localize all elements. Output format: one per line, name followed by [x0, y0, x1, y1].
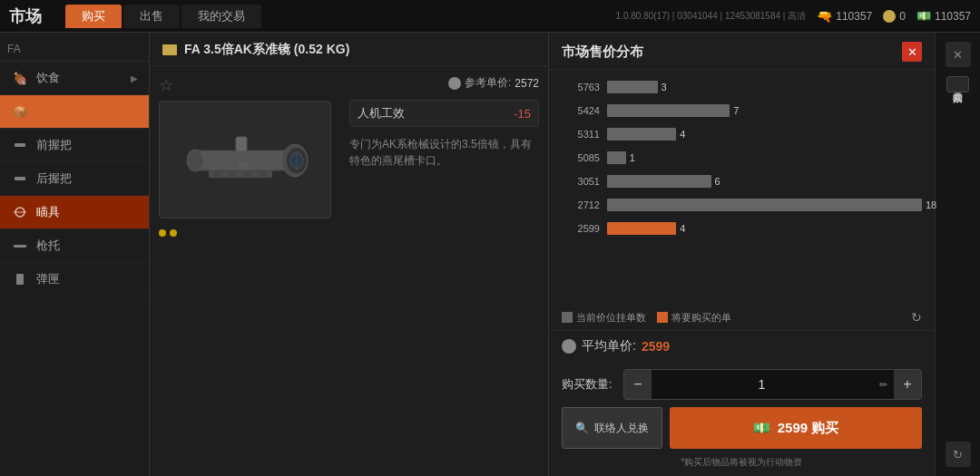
chart-bar-5085 [607, 151, 626, 164]
stock-icon [11, 237, 29, 255]
version-info: 1.0.80.80(17) | 03041044 | 12453081584 |… [616, 10, 807, 23]
chart-count-3051: 6 [715, 176, 720, 187]
chart-bar-2599 [607, 222, 676, 235]
product-header: FA 3.5倍AK系准镜 (0.52 KG) [150, 33, 548, 66]
product-dots [159, 229, 177, 237]
search-icon: 🔍 [575, 422, 589, 434]
market-title: 市场售价分布 [562, 44, 643, 61]
qty-value: 1 [652, 377, 872, 392]
sidebar-foregrip-row: 前握把 [11, 136, 72, 154]
sidebar-magazine-row: 弹匣 [11, 270, 60, 288]
chart-area: 5763 3 5424 7 5311 4 [549, 70, 935, 306]
coin-amount: 0 [899, 10, 906, 23]
chart-bar-2712 [607, 199, 922, 211]
active-icon: 📦 [11, 102, 29, 121]
scope-sidebar-icon [11, 203, 29, 221]
sidebar-item-active[interactable]: 📦 [0, 95, 149, 129]
food-arrow: ▶ [131, 73, 138, 83]
sidebar-item-food-row: 🍖 饮食 [11, 69, 60, 87]
sidebar-reargrip-row: 后握把 [11, 170, 72, 188]
chart-row-5763: 5763 3 [562, 77, 922, 97]
sidebar-item-foregrip[interactable]: 前握把 [0, 129, 149, 162]
sidebar-item-reargrip[interactable]: 后握把 [0, 162, 149, 196]
svg-rect-15 [229, 171, 236, 177]
avg-label: 平均单价: [582, 338, 636, 355]
svg-rect-0 [15, 143, 25, 147]
sidebar-item-food[interactable]: 🍖 饮食 ▶ [0, 62, 149, 95]
chart-legend: 当前价位挂单数 将要购买的单 ↻ [549, 306, 935, 330]
product-title: FA 3.5倍AK系准镜 (0.52 KG) [184, 42, 349, 58]
rs-refresh-icon[interactable]: ↻ [946, 442, 971, 467]
magazine-icon [11, 270, 29, 288]
market-panel: 市场售价分布 ✕ 5763 3 5424 7 53 [549, 33, 935, 476]
chart-row-5085: 5085 1 [562, 148, 922, 168]
svg-rect-16 [244, 171, 251, 177]
search-goods-button[interactable]: 搜索商品 [946, 76, 969, 92]
chart-bar-5311 [607, 128, 676, 141]
sidebar-item-active-row: 📦 [11, 102, 36, 121]
dollar-icon: 💵 [916, 9, 931, 23]
tab-buy[interactable]: 购买 [65, 5, 122, 28]
top-tabs: 购买 出售 我的交易 [65, 5, 261, 28]
app-title: 市场 [9, 5, 42, 27]
ruble-icon: 🔫 [817, 9, 832, 24]
ref-price-value: 2572 [514, 77, 539, 90]
chart-bar-wrap-5311: 4 [607, 127, 922, 141]
buy-button[interactable]: 💵 2599 购买 [670, 407, 922, 449]
chart-bar-wrap-5085: 1 [607, 151, 922, 165]
qty-plus-button[interactable]: + [894, 370, 921, 399]
legend-buy-label: 将要购买的单 [671, 311, 731, 325]
sidebar-scope-row: 瞄具 [11, 203, 60, 221]
currency-total: 💵 110357 [916, 9, 971, 23]
top-bar-right: 1.0.80.80(17) | 03041044 | 12453081584 |… [616, 9, 971, 24]
magazine-label: 弹匣 [36, 271, 60, 287]
legend-buy: 将要购买的单 [657, 311, 731, 325]
product-body: ☆ [150, 66, 548, 476]
sidebar-item-scope[interactable]: 瞄具 [0, 196, 149, 229]
legend-current: 当前价位挂单数 [562, 311, 646, 325]
sidebar-item-stock[interactable]: 枪托 [0, 229, 149, 263]
stat-value: -15 [514, 107, 531, 121]
chart-count-5763: 3 [662, 82, 667, 92]
sidebar-search: FA [0, 37, 149, 62]
coin-icon [883, 10, 896, 23]
exchange-button[interactable]: 🔍 联络人兑换 [562, 407, 662, 449]
chart-bar-3051 [607, 175, 711, 188]
chart-label-2599: 2599 [562, 223, 600, 234]
tab-sell[interactable]: 出售 [123, 5, 180, 28]
total-amount: 110357 [935, 10, 971, 23]
close-button[interactable]: ✕ [902, 42, 922, 62]
chart-label-5763: 5763 [562, 82, 600, 92]
price-coin-icon [448, 77, 461, 90]
svg-rect-11 [236, 137, 247, 151]
product-description: 专门为AK系枪械设计的3.5倍镜，具有特色的燕尾槽卡口。 [349, 136, 539, 169]
foregrip-label: 前握把 [36, 137, 72, 153]
sidebar: FA 🍖 饮食 ▶ 📦 前握把 [0, 33, 150, 476]
chart-count-5424: 7 [733, 105, 739, 116]
main-layout: FA 🍖 饮食 ▶ 📦 前握把 [0, 33, 980, 476]
chart-bar-wrap-5424: 7 [607, 103, 922, 118]
currency-coin: 0 [883, 10, 906, 23]
avg-price-icon [562, 339, 576, 354]
chart-row-3051: 3051 6 [562, 171, 922, 191]
chart-row-2712: 2712 18 [562, 195, 922, 215]
rs-close-icon[interactable]: ✕ [946, 42, 971, 67]
buy-controls: 购买数量: − 1 ✏ + 🔍 联络人兑换 💵 2599 购买 *购 [549, 362, 935, 476]
qty-edit-icon[interactable]: ✏ [872, 370, 894, 399]
chart-label-3051: 3051 [562, 176, 600, 187]
product-image [172, 119, 318, 200]
tab-my-trades[interactable]: 我的交易 [181, 5, 261, 28]
chart-bar-wrap-2599: 4 [607, 221, 922, 236]
food-label: 饮食 [36, 70, 60, 86]
chart-label-5085: 5085 [562, 152, 600, 163]
sidebar-item-magazine[interactable]: 弹匣 [0, 263, 149, 296]
chart-row-5311: 5311 4 [562, 124, 922, 144]
favorite-star-icon[interactable]: ☆ [159, 75, 173, 95]
top-bar-left: 市场 购买 出售 我的交易 [9, 5, 261, 28]
dot-1 [159, 229, 166, 237]
qty-minus-button[interactable]: − [624, 370, 652, 399]
svg-rect-12 [239, 162, 248, 170]
chart-bar-5424 [607, 104, 730, 117]
product-panel: FA 3.5倍AK系准镜 (0.52 KG) ☆ [150, 33, 549, 476]
refresh-icon[interactable]: ↻ [911, 310, 922, 325]
